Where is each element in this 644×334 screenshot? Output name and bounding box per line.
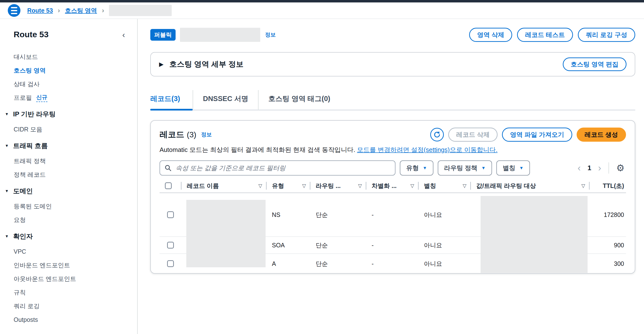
- settings-link[interactable]: 모드를 변경하려면 설정(settings)으로 이동합니다.: [357, 146, 498, 153]
- hosted-zone-details-panel: ▶ 호스팅 영역 세부 정보 호스팅 영역 편집: [150, 52, 635, 77]
- sort-icon[interactable]: ▽: [582, 183, 585, 189]
- zone-name-redacted: [180, 28, 260, 42]
- test-record-button[interactable]: 레코드 테스트: [517, 28, 573, 42]
- refresh-icon[interactable]: [430, 128, 444, 141]
- sidebar-item-policy-records[interactable]: 정책 레코드: [0, 168, 137, 181]
- sidebar-item-inbound-endpoints[interactable]: 인바운드 엔드포인트: [0, 258, 137, 272]
- sidebar-item-requests[interactable]: 요청: [0, 213, 137, 227]
- route53-console: Route 53 › 호스팅 영역 › Route 53 ‹ 대시보드 호스팅 …: [0, 0, 644, 334]
- records-panel: 레코드 (3) 정보 레코드 삭제 영역 파일 가져오기 레코드 생성: [150, 120, 635, 274]
- tab-records[interactable]: 레코드(3): [150, 90, 192, 110]
- caret-down-icon: ▼: [423, 166, 427, 171]
- record-filter-input[interactable]: [175, 164, 390, 172]
- select-all-checkbox[interactable]: [165, 182, 172, 189]
- zone-info-link[interactable]: 정보: [265, 31, 276, 39]
- column-type[interactable]: 유형 ▽: [266, 179, 310, 193]
- sort-icon[interactable]: ▽: [410, 183, 414, 189]
- sidebar-section-label: 도메인: [13, 187, 33, 195]
- sidebar-item-query-logging[interactable]: 쿼리 로깅: [0, 299, 137, 313]
- breadcrumb: Route 53 › 호스팅 영역 ›: [0, 3, 644, 19]
- sidebar-item-rules[interactable]: 규칙: [0, 285, 137, 299]
- description-text: Automatic 모드는 최상의 필터 결과에 최적화된 현재 검색 동작입니…: [160, 146, 355, 153]
- disclosure-triangle-icon[interactable]: ▶: [159, 61, 164, 68]
- sidebar-section-traffic-flow[interactable]: ▼ 트래픽 흐름: [0, 138, 137, 154]
- caret-down-icon: ▼: [519, 166, 524, 171]
- cell-differentiator: -: [366, 242, 418, 249]
- triangle-down-icon: ▼: [5, 234, 9, 239]
- sidebar-section-resolver[interactable]: ▼ 확인자: [0, 228, 137, 245]
- dropdown-label: 별칭: [503, 164, 515, 172]
- row-checkbox[interactable]: [167, 242, 174, 248]
- create-record-button[interactable]: 레코드 생성: [577, 128, 626, 142]
- sidebar-item-traffic-policies[interactable]: 트래픽 정책: [0, 154, 137, 168]
- sidebar-item-hosted-zones[interactable]: 호스팅 영역: [0, 64, 137, 77]
- column-label: 별칭: [424, 182, 436, 190]
- sidebar-section-label: 확인자: [13, 232, 33, 241]
- sidebar-section-ip-routing[interactable]: ▼ IP 기반 라우팅: [0, 106, 137, 122]
- column-alias[interactable]: 별칭 ▽: [418, 179, 471, 193]
- sidebar-item-outposts[interactable]: Outposts: [0, 313, 137, 326]
- sidebar-item-vpc[interactable]: VPC: [0, 245, 137, 258]
- sidebar-item-health-checks[interactable]: 상태 검사: [0, 77, 137, 91]
- hamburger-menu-icon[interactable]: [8, 4, 20, 17]
- chevron-right-icon: ›: [58, 7, 60, 14]
- column-ttl[interactable]: TTL(초): [590, 179, 626, 193]
- sidebar-item-profiles[interactable]: 프로필 신규: [0, 91, 137, 104]
- caret-down-icon: ▼: [481, 166, 486, 171]
- prev-page-icon[interactable]: ‹: [576, 163, 582, 173]
- triangle-down-icon: ▼: [5, 189, 9, 193]
- configure-query-logging-button[interactable]: 쿼리 로깅 구성: [578, 28, 635, 42]
- cell-alias: 아니요: [418, 260, 471, 268]
- gear-icon[interactable]: ⚙: [615, 163, 626, 173]
- import-zone-file-button[interactable]: 영역 파일 가져오기: [502, 128, 572, 142]
- page-header: 퍼블릭 정보 영역 삭제 레코드 테스트 쿼리 로깅 구성: [150, 28, 635, 42]
- type-filter-dropdown[interactable]: 유형 ▼: [400, 160, 434, 176]
- sort-icon[interactable]: ▽: [358, 183, 362, 189]
- table-header-row: 레코드 이름 ▽ 유형 ▽ 라우팅 ... ▽ 차별화 ...: [160, 179, 626, 193]
- sort-icon[interactable]: ▽: [463, 183, 466, 189]
- records-header: 레코드 (3) 정보 레코드 삭제 영역 파일 가져오기 레코드 생성: [160, 128, 626, 142]
- alias-filter-dropdown[interactable]: 별칭 ▼: [496, 160, 530, 176]
- column-label: TTL(초): [603, 182, 624, 190]
- sidebar-section-label: 트래픽 흐름: [13, 141, 48, 150]
- chevron-right-icon: ›: [102, 7, 104, 14]
- divider: [608, 162, 609, 174]
- delete-record-button[interactable]: 레코드 삭제: [448, 128, 498, 142]
- delete-zone-button[interactable]: 영역 삭제: [469, 28, 512, 42]
- cell-routing: 단순: [310, 241, 366, 249]
- column-routing[interactable]: 라우팅 ... ▽: [310, 179, 366, 193]
- tab-bar: 레코드(3) DNSSEC 서명 호스팅 영역 태그(0): [150, 90, 635, 111]
- column-differentiator[interactable]: 차별화 ... ▽: [366, 179, 418, 193]
- cell-ttl: 300: [590, 260, 626, 267]
- records-count: (3): [187, 130, 196, 139]
- row-checkbox[interactable]: [167, 260, 174, 267]
- details-panel-title: 호스팅 영역 세부 정보: [169, 59, 244, 69]
- cell-type: NS: [266, 211, 310, 218]
- sidebar-item-outbound-endpoints[interactable]: 아웃바운드 엔드포인트: [0, 272, 137, 285]
- next-page-icon[interactable]: ›: [596, 163, 603, 173]
- main-content: 퍼블릭 정보 영역 삭제 레코드 테스트 쿼리 로깅 구성 ▶ 호스팅 영역 세…: [138, 19, 644, 334]
- breadcrumb-route53[interactable]: Route 53: [27, 7, 53, 14]
- sidebar-item-cidr-collections[interactable]: CIDR 모음: [0, 122, 137, 136]
- cell-alias: 아니요: [418, 241, 471, 249]
- sidebar-section-domains[interactable]: ▼ 도메인: [0, 183, 137, 199]
- tab-hosted-zone-tags[interactable]: 호스팅 영역 태그(0): [258, 90, 340, 110]
- routing-policy-filter-dropdown[interactable]: 라우팅 정책 ▼: [438, 160, 492, 176]
- sort-icon[interactable]: ▽: [258, 183, 262, 189]
- tab-dnssec-signing[interactable]: DNSSEC 서명: [192, 90, 258, 110]
- new-badge[interactable]: 신규: [36, 94, 48, 102]
- records-info-link[interactable]: 정보: [201, 131, 212, 138]
- column-value[interactable]: 값/트래픽 라우팅 대상 ▽: [471, 179, 590, 193]
- column-label: 차별화 ...: [372, 182, 397, 190]
- cell-differentiator: -: [366, 211, 418, 218]
- breadcrumb-hosted-zones[interactable]: 호스팅 영역: [65, 7, 97, 15]
- column-record-name[interactable]: 레코드 이름 ▽: [182, 179, 266, 193]
- sort-icon[interactable]: ▽: [302, 183, 306, 189]
- row-checkbox[interactable]: [167, 211, 174, 218]
- sidebar-item-dashboard[interactable]: 대시보드: [0, 50, 137, 64]
- filter-toolbar: 유형 ▼ 라우팅 정책 ▼ 별칭 ▼ ‹ 1 ›: [160, 160, 626, 176]
- edit-hosted-zone-button[interactable]: 호스팅 영역 편집: [563, 58, 626, 71]
- sidebar-collapse-icon[interactable]: ‹: [121, 30, 126, 39]
- cell-routing: 단순: [310, 211, 366, 219]
- sidebar-item-registered-domains[interactable]: 등록된 도메인: [0, 199, 137, 213]
